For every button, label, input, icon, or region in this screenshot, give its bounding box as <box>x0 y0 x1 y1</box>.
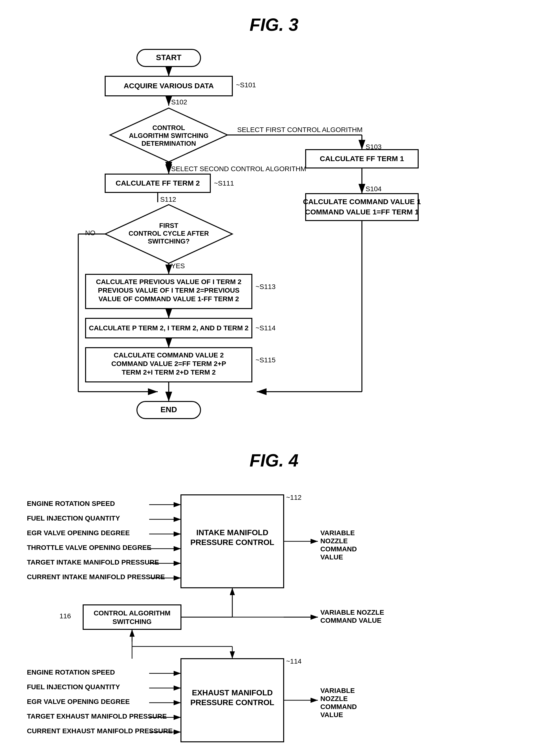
svg-text:FIRST: FIRST <box>159 222 179 229</box>
svg-text:FUEL INJECTION QUANTITY: FUEL INJECTION QUANTITY <box>27 683 120 691</box>
svg-text:S112: S112 <box>160 196 176 203</box>
svg-text:TARGET EXHAUST MANIFOLD PRESSU: TARGET EXHAUST MANIFOLD PRESSURE <box>27 712 167 720</box>
svg-text:~114: ~114 <box>286 657 302 665</box>
svg-text:SELECT SECOND CONTROL ALGORITH: SELECT SECOND CONTROL ALGORITHM <box>171 165 306 173</box>
svg-text:VALUE: VALUE <box>320 553 343 561</box>
flowchart-fig3: START ACQUIRE VARIOUS DATA ~S101 S102 CO… <box>20 44 528 431</box>
svg-text:CURRENT EXHAUST MANIFOLD PRESS: CURRENT EXHAUST MANIFOLD PRESSURE <box>27 727 173 735</box>
svg-text:END: END <box>160 405 177 414</box>
svg-text:VARIABLE: VARIABLE <box>320 529 355 537</box>
svg-text:CALCULATE COMMAND VALUE 2: CALCULATE COMMAND VALUE 2 <box>114 351 224 359</box>
svg-text:VARIABLE NOZZLE: VARIABLE NOZZLE <box>320 609 384 616</box>
svg-text:YES: YES <box>171 262 185 270</box>
svg-text:NOZZLE: NOZZLE <box>320 537 348 545</box>
svg-text:CONTROL: CONTROL <box>152 124 185 132</box>
svg-text:ENGINE ROTATION SPEED: ENGINE ROTATION SPEED <box>27 500 115 507</box>
svg-text:VALUE OF COMMAND VALUE 1-FF TE: VALUE OF COMMAND VALUE 1-FF TERM 2 <box>99 295 239 303</box>
svg-text:PRESSURE CONTROL: PRESSURE CONTROL <box>190 698 274 707</box>
svg-text:COMMAND VALUE 1=FF TERM 1: COMMAND VALUE 1=FF TERM 1 <box>305 208 419 216</box>
svg-text:~112: ~112 <box>286 494 302 501</box>
svg-text:COMMAND: COMMAND <box>320 545 357 553</box>
svg-text:CALCULATE COMMAND VALUE 1: CALCULATE COMMAND VALUE 1 <box>303 198 421 206</box>
svg-text:NO: NO <box>85 229 95 237</box>
svg-text:START: START <box>156 53 182 62</box>
svg-text:S104: S104 <box>366 185 381 193</box>
svg-text:ALGORITHM SWITCHING: ALGORITHM SWITCHING <box>129 132 208 139</box>
svg-text:CALCULATE FF TERM 1: CALCULATE FF TERM 1 <box>320 155 404 163</box>
svg-text:~S115: ~S115 <box>256 356 276 364</box>
svg-text:COMMAND VALUE 2=FF TERM 2+P: COMMAND VALUE 2=FF TERM 2+P <box>111 360 226 367</box>
svg-text:SWITCHING?: SWITCHING? <box>148 238 190 245</box>
svg-text:S102: S102 <box>171 98 187 106</box>
fig4-diagram: ENGINE ROTATION SPEED FUEL INJECTION QUA… <box>20 480 528 756</box>
svg-text:CONTROL ALGORITHM: CONTROL ALGORITHM <box>94 609 170 617</box>
svg-text:~S111: ~S111 <box>214 179 234 187</box>
svg-text:~S114: ~S114 <box>256 324 276 332</box>
svg-text:NOZZLE: NOZZLE <box>320 695 348 702</box>
svg-text:CALCULATE PREVIOUS VALUE OF I : CALCULATE PREVIOUS VALUE OF I TERM 2 <box>96 278 242 286</box>
svg-text:EGR VALVE OPENING DEGREE: EGR VALVE OPENING DEGREE <box>27 529 130 537</box>
svg-text:VALUE: VALUE <box>320 711 343 719</box>
svg-text:COMMAND: COMMAND <box>320 703 357 711</box>
svg-text:SWITCHING: SWITCHING <box>112 618 152 625</box>
svg-text:CALCULATE P TERM 2, I TERM 2, : CALCULATE P TERM 2, I TERM 2, AND D TERM… <box>89 324 249 332</box>
svg-text:TARGET INTAKE MANIFOLD PRESSUR: TARGET INTAKE MANIFOLD PRESSURE <box>27 558 159 566</box>
svg-text:CURRENT INTAKE MANIFOLD PRESSU: CURRENT INTAKE MANIFOLD PRESSURE <box>27 573 165 581</box>
svg-text:PRESSURE CONTROL: PRESSURE CONTROL <box>190 538 274 547</box>
svg-text:~S113: ~S113 <box>256 283 276 290</box>
svg-text:THROTTLE VALVE OPENING DEGREE: THROTTLE VALVE OPENING DEGREE <box>27 544 151 551</box>
svg-text:PREVIOUS VALUE OF I TERM 2=PRE: PREVIOUS VALUE OF I TERM 2=PREVIOUS <box>98 287 239 294</box>
svg-text:EGR VALVE OPENING DEGREE: EGR VALVE OPENING DEGREE <box>27 698 130 705</box>
svg-rect-85 <box>83 605 181 629</box>
page: FIG. 3 START ACQUIRE VARIOUS DATA ~S101 <box>0 0 548 756</box>
svg-text:INTAKE MANIFOLD: INTAKE MANIFOLD <box>196 528 268 537</box>
svg-text:EXHAUST MANIFOLD: EXHAUST MANIFOLD <box>192 688 273 697</box>
svg-text:COMMAND VALUE: COMMAND VALUE <box>320 617 381 624</box>
svg-text:DETERMINATION: DETERMINATION <box>142 140 196 147</box>
svg-text:SELECT FIRST CONTROL ALGORITHM: SELECT FIRST CONTROL ALGORITHM <box>237 126 363 133</box>
svg-text:ACQUIRE VARIOUS DATA: ACQUIRE VARIOUS DATA <box>124 82 214 90</box>
fig3-title: FIG. 3 <box>20 15 528 35</box>
svg-text:~S101: ~S101 <box>236 81 256 89</box>
svg-text:FUEL INJECTION QUANTITY: FUEL INJECTION QUANTITY <box>27 514 120 522</box>
svg-text:ENGINE ROTATION SPEED: ENGINE ROTATION SPEED <box>27 668 115 676</box>
svg-text:CONTROL CYCLE AFTER: CONTROL CYCLE AFTER <box>129 230 209 237</box>
svg-text:CALCULATE FF TERM 2: CALCULATE FF TERM 2 <box>116 179 200 187</box>
svg-text:116: 116 <box>59 612 71 620</box>
svg-text:VARIABLE: VARIABLE <box>320 687 355 694</box>
fig4-title: FIG. 4 <box>20 450 528 470</box>
svg-text:TERM 2+I TERM 2+D TERM 2: TERM 2+I TERM 2+D TERM 2 <box>122 368 216 376</box>
